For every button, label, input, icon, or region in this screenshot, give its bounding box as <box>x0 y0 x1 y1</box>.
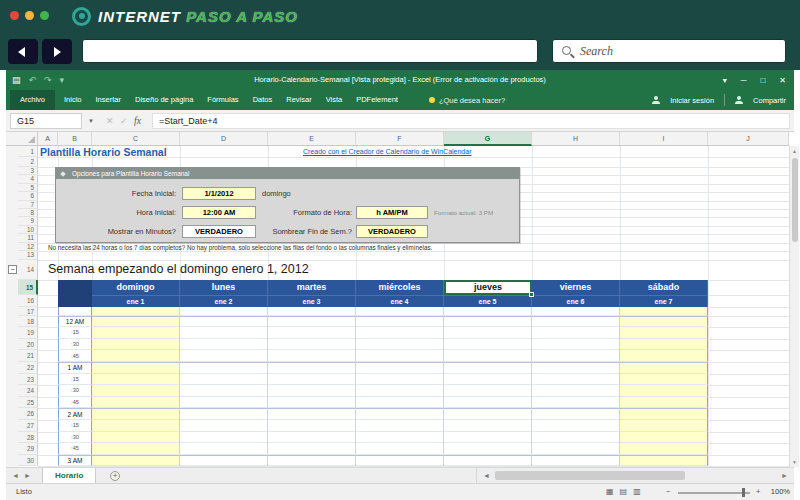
column-header-I[interactable]: I <box>620 132 708 145</box>
page-break-view-icon[interactable]: ▥ <box>633 484 641 500</box>
schedule-cell[interactable] <box>180 374 268 386</box>
column-header-F[interactable]: F <box>356 132 444 145</box>
insert-function-icon[interactable]: fx <box>134 113 141 129</box>
schedule-cell[interactable] <box>356 455 444 467</box>
confirm-entry-icon[interactable]: ✓ <box>120 113 128 129</box>
schedule-cell[interactable] <box>620 362 708 374</box>
schedule-cell[interactable] <box>180 420 268 432</box>
schedule-cell[interactable] <box>356 307 444 316</box>
schedule-cell[interactable] <box>620 316 708 328</box>
ribbon-tab-inicio[interactable]: Inicio <box>57 90 89 110</box>
schedule-cell[interactable] <box>268 374 356 386</box>
day-header-domingo[interactable]: domingo <box>92 280 180 295</box>
schedule-cell[interactable] <box>532 432 620 444</box>
schedule-cell[interactable] <box>620 327 708 339</box>
schedule-cell[interactable] <box>444 432 532 444</box>
day-header-jueves[interactable]: jueves <box>444 280 532 295</box>
schedule-cell[interactable] <box>92 408 180 420</box>
schedule-cell[interactable] <box>268 432 356 444</box>
zoom-slider-thumb[interactable] <box>742 488 745 497</box>
schedule-cell[interactable] <box>356 350 444 362</box>
scroll-right-icon[interactable]: ► <box>781 468 788 483</box>
schedule-cell[interactable] <box>356 432 444 444</box>
schedule-cell[interactable] <box>620 339 708 351</box>
schedule-cell[interactable] <box>268 316 356 328</box>
schedule-cell[interactable] <box>92 316 180 328</box>
date-header-ene-1[interactable]: ene 1 <box>92 295 180 307</box>
schedule-cell[interactable] <box>532 350 620 362</box>
schedule-cell[interactable] <box>620 455 708 467</box>
zoom-slider[interactable] <box>678 492 750 494</box>
qat-customize-icon[interactable]: ▾ <box>60 75 65 85</box>
redo-icon[interactable]: ↷ <box>44 75 52 85</box>
zoom-in-button[interactable]: + <box>756 484 760 500</box>
vertical-scrollbar[interactable]: ▲ ▼ <box>789 146 799 467</box>
page-layout-view-icon[interactable]: ▤ <box>620 484 628 500</box>
date-header-ene-7[interactable]: ene 7 <box>620 295 708 307</box>
schedule-cell[interactable] <box>444 408 532 420</box>
day-header-sábado[interactable]: sábado <box>620 280 708 295</box>
ribbon-tab-vista[interactable]: Vista <box>319 90 350 110</box>
ribbon-options-icon[interactable]: ▾ <box>723 76 727 85</box>
schedule-cell[interactable] <box>180 432 268 444</box>
schedule-cell[interactable] <box>356 374 444 386</box>
schedule-cell[interactable] <box>92 443 180 455</box>
schedule-cell[interactable] <box>532 327 620 339</box>
schedule-cell[interactable] <box>180 397 268 409</box>
schedule-cell[interactable] <box>356 420 444 432</box>
schedule-cell[interactable] <box>620 443 708 455</box>
schedule-cell[interactable] <box>268 307 356 316</box>
schedule-cell[interactable] <box>444 443 532 455</box>
schedule-cell[interactable] <box>532 339 620 351</box>
schedule-cell[interactable] <box>620 420 708 432</box>
forward-button[interactable] <box>42 39 72 64</box>
sheet-nav-right-icon[interactable]: ► <box>24 468 31 483</box>
schedule-cell[interactable] <box>532 408 620 420</box>
undo-icon[interactable]: ↶ <box>29 75 37 85</box>
schedule-cell[interactable] <box>356 339 444 351</box>
schedule-cell[interactable] <box>268 350 356 362</box>
sheet-nav-left-icon[interactable]: ◄ <box>12 468 19 483</box>
schedule-cell[interactable] <box>92 350 180 362</box>
schedule-cell[interactable] <box>620 385 708 397</box>
schedule-cell[interactable] <box>356 316 444 328</box>
day-header-martes[interactable]: martes <box>268 280 356 295</box>
schedule-cell[interactable] <box>532 420 620 432</box>
column-header-J[interactable]: J <box>708 132 789 145</box>
schedule-cell[interactable] <box>620 432 708 444</box>
schedule-cell[interactable] <box>180 339 268 351</box>
share-button[interactable]: Compartir <box>753 96 786 105</box>
schedule-cell[interactable] <box>268 362 356 374</box>
ribbon-tab-formulas[interactable]: Fórmulas <box>200 90 245 110</box>
schedule-cell[interactable] <box>620 397 708 409</box>
schedule-cell[interactable] <box>268 455 356 467</box>
schedule-cell[interactable] <box>180 443 268 455</box>
column-header-C[interactable]: C <box>92 132 180 145</box>
schedule-cell[interactable] <box>92 339 180 351</box>
schedule-cell[interactable] <box>356 397 444 409</box>
schedule-cell[interactable] <box>532 385 620 397</box>
date-header-ene-5[interactable]: ene 5 <box>444 295 532 307</box>
schedule-cell[interactable] <box>444 339 532 351</box>
column-header-H[interactable]: H <box>532 132 620 145</box>
ribbon-tab-insertar[interactable]: Insertar <box>89 90 128 110</box>
schedule-cell[interactable] <box>356 362 444 374</box>
schedule-cell[interactable] <box>532 307 620 316</box>
zoom-level[interactable]: 100% <box>771 484 790 500</box>
schedule-cell[interactable] <box>180 307 268 316</box>
schedule-cell[interactable] <box>444 316 532 328</box>
ribbon-tab-datos[interactable]: Datos <box>246 90 280 110</box>
back-button[interactable] <box>8 39 38 64</box>
schedule-cell[interactable] <box>444 420 532 432</box>
schedule-cell[interactable] <box>532 316 620 328</box>
date-header-ene-2[interactable]: ene 2 <box>180 295 268 307</box>
search-box[interactable]: Search <box>552 39 786 63</box>
window-dot-green[interactable] <box>40 11 49 20</box>
column-header-A[interactable]: A <box>38 132 58 145</box>
schedule-cell[interactable] <box>268 327 356 339</box>
schedule-cell[interactable] <box>180 408 268 420</box>
column-header-B[interactable]: B <box>58 132 92 145</box>
restore-icon[interactable]: □ <box>760 76 765 85</box>
schedule-cell[interactable] <box>180 327 268 339</box>
schedule-cell[interactable] <box>268 408 356 420</box>
